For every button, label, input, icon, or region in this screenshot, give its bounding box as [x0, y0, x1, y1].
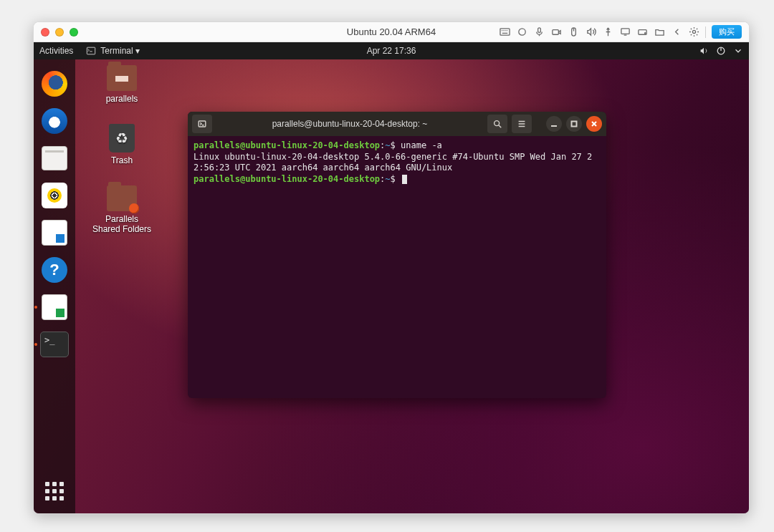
terminal-window: parallels@ubuntu-linux-20-04-desktop: ~ … — [188, 112, 606, 398]
help-icon: ? — [42, 257, 67, 283]
thunderbird-icon — [42, 108, 67, 134]
folder-icon — [107, 185, 137, 211]
clock[interactable]: Apr 22 17:36 — [34, 46, 749, 56]
svg-point-7 — [644, 33, 645, 34]
dock-thunderbird[interactable] — [39, 106, 70, 136]
keyboard-icon[interactable] — [499, 26, 510, 38]
prompt-user: parallels@ubuntu-linux-20-04-desktop — [194, 174, 380, 184]
prompt-path: ~ — [385, 140, 390, 150]
svg-rect-2 — [538, 28, 540, 33]
desktop-icon-trash[interactable]: Trash — [91, 124, 153, 165]
dock-writer[interactable] — [39, 218, 70, 248]
chevron-down-icon — [733, 46, 743, 56]
show-applications-button[interactable] — [39, 476, 70, 506]
camera-icon[interactable] — [550, 26, 562, 38]
calc-icon — [42, 294, 67, 320]
traffic-lights — [41, 28, 78, 37]
disk-icon[interactable] — [636, 26, 648, 38]
divider — [705, 26, 706, 38]
new-tab-button[interactable] — [192, 115, 212, 133]
svg-point-8 — [692, 30, 695, 33]
close-window-button[interactable] — [41, 28, 49, 37]
app-menu-label: Terminal ▾ — [100, 46, 140, 56]
cursor — [402, 175, 407, 184]
rhythmbox-icon — [42, 183, 67, 208]
search-button[interactable] — [487, 115, 507, 133]
desktop-icon-label: Trash — [111, 155, 133, 165]
dock: ? >_ — [34, 59, 75, 513]
files-icon — [42, 146, 67, 170]
host-window: Ubuntu 20.04 ARM64 购买 Activities Termina… — [33, 21, 750, 514]
prompt-path: ~ — [385, 174, 390, 184]
desktop[interactable]: parallels Trash Parallels Shared Folders… — [34, 59, 749, 513]
close-button[interactable] — [586, 116, 602, 132]
terminal-body[interactable]: parallels@ubuntu-linux-20-04-desktop:~$ … — [188, 136, 606, 398]
firefox-icon — [42, 71, 67, 97]
svg-point-12 — [494, 121, 500, 126]
svg-rect-13 — [572, 122, 577, 127]
dock-help[interactable]: ? — [39, 255, 70, 285]
svg-rect-0 — [500, 29, 509, 35]
activities-button[interactable]: Activities — [39, 46, 73, 56]
mic-icon[interactable] — [533, 26, 545, 38]
back-icon[interactable] — [671, 26, 682, 38]
vm-viewport: Activities Terminal ▾ Apr 22 17:36 paral… — [34, 42, 749, 513]
writer-icon — [42, 220, 67, 246]
app-menu[interactable]: Terminal ▾ — [86, 46, 140, 56]
trash-icon — [109, 124, 135, 153]
volume-icon — [699, 46, 709, 56]
dock-terminal[interactable]: >_ — [39, 329, 70, 359]
desktop-icon-label: Parallels Shared Folders — [92, 214, 151, 234]
display-icon[interactable] — [619, 26, 631, 38]
sound-icon[interactable] — [585, 26, 596, 38]
prompt-user: parallels@ubuntu-linux-20-04-desktop — [194, 140, 380, 150]
buy-button[interactable]: 购买 — [712, 25, 742, 39]
network-folder-icon[interactable] — [654, 26, 665, 38]
terminal-headerbar: parallels@ubuntu-linux-20-04-desktop: ~ — [188, 112, 606, 136]
dock-firefox[interactable] — [39, 69, 70, 99]
output: Linux ubuntu-linux-20-04-desktop 5.4.0-6… — [194, 152, 592, 173]
hamburger-menu-button[interactable] — [512, 115, 532, 133]
desktop-icon-label: parallels — [106, 94, 138, 104]
dock-calc[interactable] — [39, 292, 70, 322]
desktop-icon-shared[interactable]: Parallels Shared Folders — [91, 185, 153, 234]
parallels-toolbar: 购买 — [499, 25, 742, 39]
fullscreen-window-button[interactable] — [70, 28, 78, 37]
terminal-title: parallels@ubuntu-linux-20-04-desktop: ~ — [216, 119, 483, 129]
dock-files[interactable] — [39, 143, 70, 173]
dock-rhythmbox[interactable] — [39, 180, 70, 211]
system-tray[interactable] — [699, 46, 743, 56]
svg-point-1 — [518, 29, 525, 35]
gear-icon[interactable] — [688, 26, 699, 38]
minimize-window-button[interactable] — [55, 28, 64, 37]
mouse-icon[interactable] — [568, 26, 579, 38]
host-titlebar: Ubuntu 20.04 ARM64 购买 — [34, 22, 749, 42]
svg-rect-5 — [621, 29, 629, 34]
svg-rect-3 — [552, 30, 558, 35]
minimize-button[interactable] — [546, 116, 562, 132]
gnome-topbar: Activities Terminal ▾ Apr 22 17:36 — [34, 42, 749, 59]
maximize-button[interactable] — [566, 116, 582, 132]
record-icon[interactable] — [516, 26, 527, 38]
command: uname -a — [401, 140, 442, 150]
folder-icon — [107, 65, 137, 91]
terminal-icon: >_ — [40, 332, 69, 357]
power-icon — [716, 46, 726, 56]
usb-icon[interactable] — [602, 26, 613, 38]
desktop-icon-home[interactable]: parallels — [91, 65, 153, 104]
